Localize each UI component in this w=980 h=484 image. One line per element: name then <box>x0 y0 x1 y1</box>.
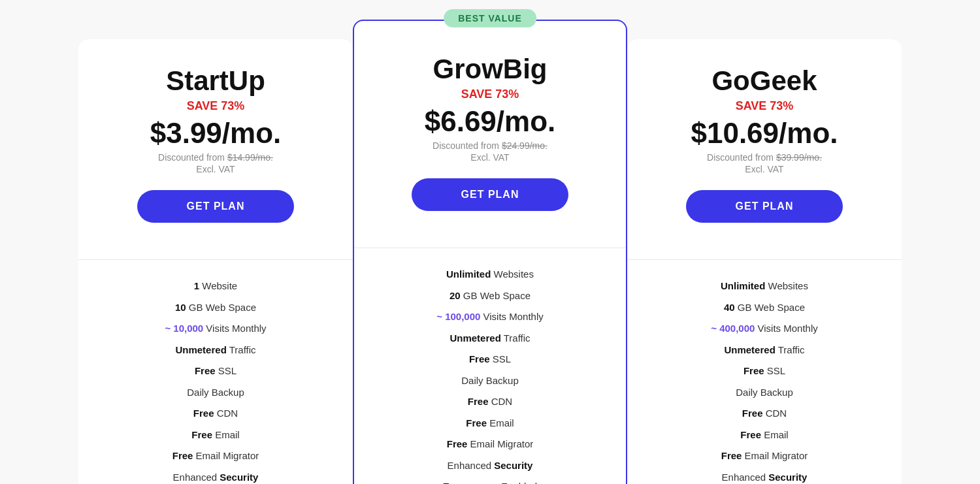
feature-bold: Free <box>740 429 761 440</box>
feature-item: 20 GB Web Space <box>387 285 593 307</box>
feature-bold: 20 <box>449 290 461 301</box>
feature-bold: Free <box>469 353 490 364</box>
visits-value: ~ 400,000 <box>711 323 755 334</box>
plan-name-gogeek: GoGeek <box>660 65 869 97</box>
feature-item: Free SSL <box>660 361 869 382</box>
price-growbig: $6.69/mo. <box>387 105 593 138</box>
feature-bold: Free <box>191 429 212 440</box>
feature-bold: Security <box>494 460 532 471</box>
plan-card-gogeek: GoGeekSAVE 73%$10.69/mo.Discounted from … <box>627 39 902 484</box>
features-list-gogeek: Unlimited Websites40 GB Web Space~ 400,0… <box>660 276 869 484</box>
feature-bold: 40 <box>724 302 735 313</box>
feature-item: Free Email <box>111 425 320 446</box>
excl-vat-growbig: Excl. VAT <box>387 152 593 163</box>
feature-item: Free CDN <box>387 391 593 413</box>
feature-bold: Unmetered <box>175 344 226 355</box>
feature-item: Daily Backup <box>111 382 320 404</box>
divider-growbig <box>354 248 626 248</box>
feature-item: Unmetered Traffic <box>111 340 320 361</box>
excl-vat-startup: Excl. VAT <box>111 164 320 174</box>
visits-value: ~ 10,000 <box>165 323 203 334</box>
best-value-badge: BEST VALUE <box>444 9 536 27</box>
save-label-growbig: SAVE 73% <box>387 88 593 101</box>
feature-bold: Free <box>742 408 763 419</box>
plan-card-growbig: BEST VALUEGrowBigSAVE 73%$6.69/mo.Discou… <box>353 20 627 484</box>
feature-bold: Unlimited <box>721 280 765 291</box>
feature-bold: Free <box>195 365 216 376</box>
feature-item: Enhanced Security <box>660 467 869 485</box>
feature-bold: Security <box>220 472 258 483</box>
feature-bold: Free <box>743 365 764 376</box>
feature-bold: Free <box>172 450 193 461</box>
divider-gogeek <box>627 259 902 260</box>
feature-item: Unlimited Websites <box>387 264 593 285</box>
price-startup: $3.99/mo. <box>111 117 320 150</box>
feature-item: Free Email <box>660 425 869 446</box>
save-label-gogeek: SAVE 73% <box>660 99 869 113</box>
feature-item: Daily Backup <box>387 370 593 392</box>
feature-item: Free SSL <box>111 361 320 382</box>
feature-item: Free Email Migrator <box>111 445 320 467</box>
feature-item: Unlimited Websites <box>660 276 869 297</box>
feature-item: ~ 400,000 Visits Monthly <box>660 318 869 340</box>
feature-item: Unmetered Traffic <box>660 340 869 361</box>
feature-bold: Free <box>447 438 468 449</box>
feature-item: ~ 100,000 Visits Monthly <box>387 306 593 328</box>
plan-card-startup: StartUpSAVE 73%$3.99/mo.Discounted from … <box>78 39 353 484</box>
feature-item: Free CDN <box>111 403 320 425</box>
feature-item: Unmetered Traffic <box>387 328 593 349</box>
feature-item: Free SSL <box>387 349 593 370</box>
feature-bold: Unmetered <box>449 332 500 344</box>
get-plan-button-startup[interactable]: GET PLAN <box>137 190 294 223</box>
features-list-growbig: Unlimited Websites20 GB Web Space~ 100,0… <box>387 264 593 484</box>
feature-item: Enhanced Security <box>111 467 320 485</box>
excl-vat-gogeek: Excl. VAT <box>660 164 869 174</box>
discounted-from-startup: Discounted from $14.99/mo. <box>111 152 320 163</box>
feature-item: ~ 10,000 Visits Monthly <box>111 318 320 340</box>
feature-bold: Security <box>768 472 807 483</box>
feature-item: Free CDN <box>660 403 869 425</box>
features-list-startup: 1 Website10 GB Web Space~ 10,000 Visits … <box>111 276 320 484</box>
feature-bold: 10 <box>175 302 186 313</box>
feature-item: Free Email Migrator <box>660 445 869 467</box>
get-plan-button-gogeek[interactable]: GET PLAN <box>686 190 843 223</box>
visits-value: ~ 100,000 <box>436 311 480 322</box>
feature-bold: Free <box>721 450 742 461</box>
feature-bold: Free <box>193 408 214 419</box>
feature-item: 1 Website <box>111 276 320 297</box>
save-label-startup: SAVE 73% <box>111 99 320 113</box>
feature-bold: 1 <box>194 280 199 291</box>
price-gogeek: $10.69/mo. <box>660 117 869 150</box>
feature-item: 40 GB Web Space <box>660 297 869 319</box>
feature-item: Free Email Migrator <box>387 434 593 455</box>
discounted-from-gogeek: Discounted from $39.99/mo. <box>660 152 869 163</box>
plan-name-growbig: GrowBig <box>387 54 593 85</box>
feature-bold: Unlimited <box>446 268 491 280</box>
discounted-from-growbig: Discounted from $24.99/mo. <box>387 140 593 151</box>
feature-bold: Ecommerce <box>443 481 498 484</box>
feature-item: Enhanced Security <box>387 455 593 477</box>
plan-name-startup: StartUp <box>111 65 320 97</box>
pricing-container: StartUpSAVE 73%$3.99/mo.Discounted from … <box>0 0 980 484</box>
get-plan-button-growbig[interactable]: GET PLAN <box>412 178 568 211</box>
feature-bold: Unmetered <box>724 344 775 355</box>
feature-item: 10 GB Web Space <box>111 297 320 319</box>
feature-bold: Free <box>466 417 487 428</box>
feature-item: Free Email <box>387 413 593 434</box>
feature-bold: Free <box>468 396 489 407</box>
divider-startup <box>78 259 353 260</box>
feature-item: Ecommerce Enabled <box>387 476 593 484</box>
feature-item: Daily Backup <box>660 382 869 404</box>
